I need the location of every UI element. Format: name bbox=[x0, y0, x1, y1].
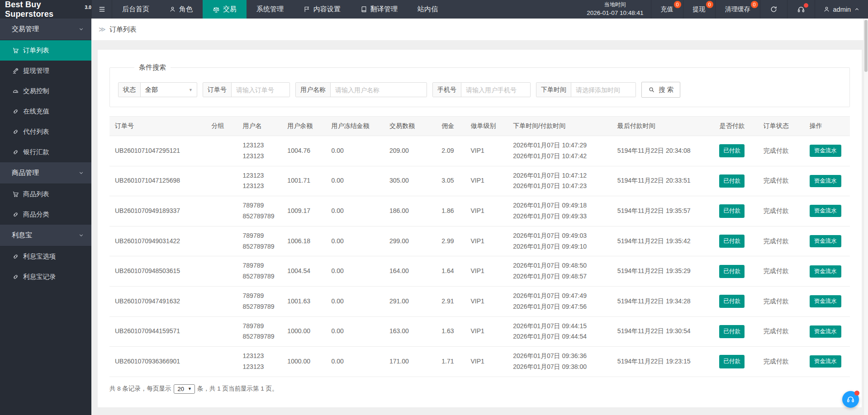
sidebar-group-interest[interactable]: 利息宝 bbox=[0, 225, 91, 246]
local-time-value: 2026-01-07 10:48:41 bbox=[587, 9, 643, 18]
cell-order-no: UB2601070948503615 bbox=[109, 256, 208, 287]
cell-group bbox=[208, 136, 239, 166]
paid-badge: 已付款 bbox=[719, 355, 745, 368]
user-menu[interactable]: admin bbox=[815, 0, 868, 19]
cell-status: 完成付款 bbox=[760, 316, 806, 347]
fund-flow-button[interactable]: 资金流水 bbox=[810, 295, 841, 307]
sidebar-item-withdraw-mgmt[interactable]: 提现管理 bbox=[0, 61, 91, 81]
sidebar-item-interest-options[interactable]: 利息宝选项 bbox=[0, 246, 91, 267]
cell-balance: 1004.76 bbox=[284, 136, 327, 166]
cell-status: 完成付款 bbox=[760, 347, 806, 377]
table-row: UB2601070949189337 789789852789789 1009.… bbox=[109, 196, 850, 226]
fund-flow-button[interactable]: 资金流水 bbox=[810, 265, 841, 278]
sidebar-item-online-recharge[interactable]: 在线充值 bbox=[0, 101, 91, 122]
table-row: UB2601070944159571 789789852789789 1000.… bbox=[109, 316, 850, 347]
cell-level: VIP1 bbox=[467, 136, 509, 166]
withdraw-button[interactable]: 提现 0 bbox=[683, 0, 715, 19]
cell-group bbox=[208, 347, 239, 377]
item-label: 交易控制 bbox=[23, 87, 49, 95]
cell-amount: 163.00 bbox=[386, 316, 438, 347]
search-button[interactable]: 搜 索 bbox=[641, 82, 680, 98]
nav-label: 内容设置 bbox=[313, 5, 341, 14]
vertical-scrollbar[interactable] bbox=[863, 19, 868, 415]
sidebar-group-trade[interactable]: 交易管理 bbox=[0, 19, 91, 40]
cell-order-pay-time: 2026年01月07日 10:47:122026年01月07日 10:47:23 bbox=[509, 166, 614, 196]
cell-amount: 186.00 bbox=[386, 196, 438, 226]
nav-content-settings[interactable]: 内容设置 bbox=[294, 0, 351, 19]
cell-commission: 1.63 bbox=[438, 316, 467, 347]
nav-roles[interactable]: 角色 bbox=[159, 0, 203, 19]
cell-level: VIP1 bbox=[467, 196, 509, 226]
paid-badge: 已付款 bbox=[719, 295, 745, 308]
status-label: 状态 bbox=[119, 83, 141, 97]
paid-badge: 已付款 bbox=[719, 144, 745, 157]
table-row: UB2601070948503615 789789852789789 1004.… bbox=[109, 256, 850, 287]
cell-paid: 已付款 bbox=[716, 347, 759, 377]
clear-cache-button[interactable]: 清理缓存 0 bbox=[715, 0, 760, 19]
link-icon bbox=[12, 274, 19, 280]
link-icon bbox=[12, 149, 19, 156]
cell-username: 123123123123 bbox=[239, 136, 284, 166]
paid-badge: 已付款 bbox=[719, 265, 745, 278]
fund-flow-button[interactable]: 资金流水 bbox=[810, 355, 841, 368]
nav-site-mail[interactable]: 站内信 bbox=[408, 0, 448, 19]
page-size-select[interactable]: 20 ▼ bbox=[174, 384, 195, 394]
item-label: 商品分类 bbox=[23, 210, 49, 219]
cell-action: 资金流水 bbox=[806, 347, 850, 377]
sidebar-item-trade-control[interactable]: 交易控制 bbox=[0, 81, 91, 101]
paid-badge: 已付款 bbox=[719, 325, 745, 338]
nav-translation[interactable]: 翻译管理 bbox=[351, 0, 408, 19]
recharge-badge: 0 bbox=[674, 1, 681, 8]
cart-icon bbox=[12, 191, 19, 198]
nav-label: 系统管理 bbox=[256, 5, 284, 14]
search-icon bbox=[648, 86, 655, 93]
cell-frozen: 0.00 bbox=[328, 347, 386, 377]
chevron-up-icon bbox=[854, 6, 860, 12]
sidebar-item-bank-transfer[interactable]: 银行汇款 bbox=[0, 142, 91, 162]
nav-label: 后台首页 bbox=[122, 5, 149, 14]
sidebar-collapse-button[interactable] bbox=[91, 0, 112, 19]
floating-support-button[interactable] bbox=[842, 391, 859, 408]
fund-flow-button[interactable]: 资金流水 bbox=[810, 235, 841, 247]
cell-order-pay-time: 2026年01月07日 09:49:182026年01月07日 09:49:33 bbox=[509, 196, 614, 226]
fund-flow-button[interactable]: 资金流水 bbox=[810, 175, 841, 187]
scrollbar-thumb[interactable] bbox=[864, 20, 868, 72]
support-button[interactable] bbox=[787, 0, 815, 19]
cell-action: 资金流水 bbox=[806, 136, 850, 166]
nav-label: 站内信 bbox=[417, 5, 438, 14]
cell-group bbox=[208, 166, 239, 196]
cell-action: 资金流水 bbox=[806, 196, 850, 226]
nav-system[interactable]: 系统管理 bbox=[247, 0, 294, 19]
sidebar-item-payout-list[interactable]: 代付列表 bbox=[0, 122, 91, 142]
sidebar-group-products[interactable]: 商品管理 bbox=[0, 162, 91, 184]
sidebar-item-interest-records[interactable]: 利息宝记录 bbox=[0, 267, 91, 287]
refresh-button[interactable] bbox=[760, 0, 787, 19]
fund-flow-button[interactable]: 资金流水 bbox=[810, 145, 841, 157]
status-select[interactable]: 全部 ▼ bbox=[141, 83, 197, 97]
cell-amount: 305.00 bbox=[386, 166, 438, 196]
sidebar-item-order-list[interactable]: 订单列表 bbox=[0, 40, 91, 61]
nav-label: 翻译管理 bbox=[370, 5, 398, 14]
recharge-button[interactable]: 充值 0 bbox=[651, 0, 683, 19]
order-time-filter: 下单时间 bbox=[536, 82, 636, 97]
order-no-input[interactable] bbox=[232, 83, 289, 97]
order-time-input[interactable] bbox=[571, 83, 636, 97]
cell-username: 789789852789789 bbox=[239, 226, 284, 256]
user-name-input[interactable] bbox=[331, 83, 427, 97]
table-row: UB2601071047125698 123123123123 1001.71 … bbox=[109, 166, 850, 196]
sidebar-item-product-list[interactable]: 商品列表 bbox=[0, 184, 91, 204]
table-row: UB2601070949031422 789789852789789 1006.… bbox=[109, 226, 850, 256]
clear-cache-badge: 0 bbox=[751, 1, 758, 8]
cell-level: VIP1 bbox=[467, 226, 509, 256]
nav-dashboard[interactable]: 后台首页 bbox=[112, 0, 159, 19]
fund-flow-button[interactable]: 资金流水 bbox=[810, 325, 841, 338]
pagination-prefix: 共 8 条记录，每页显示 bbox=[109, 385, 171, 393]
nav-trade[interactable]: 交易 bbox=[203, 0, 247, 19]
sidebar-item-product-category[interactable]: 商品分类 bbox=[0, 204, 91, 225]
filter-row: 状态 全部 ▼ 订单号 用户名称 手 bbox=[118, 82, 841, 98]
fund-flow-button[interactable]: 资金流水 bbox=[810, 205, 841, 217]
phone-input[interactable] bbox=[461, 83, 530, 97]
link-icon bbox=[12, 253, 19, 260]
topbar: Best Buy Superstores3.0 后台首页 角色 交易 系统管理 bbox=[0, 0, 868, 19]
cell-username: 123123123123 bbox=[239, 166, 284, 196]
